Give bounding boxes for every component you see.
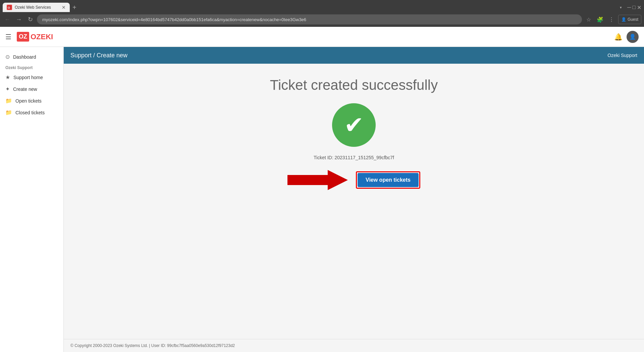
sidebar-item-support-home[interactable]: ★ Support home <box>0 71 63 83</box>
logo: OZ OZEKI <box>17 32 53 42</box>
view-open-tickets-wrapper: View open tickets <box>356 171 420 189</box>
profile-label: Guest <box>628 17 638 22</box>
profile-button[interactable]: 👤 Guest <box>618 15 641 24</box>
red-arrow-indicator <box>287 168 348 192</box>
sidebar-item-open-tickets[interactable]: 📁 Open tickets <box>0 95 63 107</box>
sidebar-section-label: Ozeki Support <box>0 63 63 71</box>
content-body: Ticket created successfully ✔ Ticket ID:… <box>64 64 644 339</box>
user-avatar[interactable]: 👤 <box>627 31 639 43</box>
menu-button[interactable]: ⋮ <box>607 15 616 24</box>
tab-extras: ▾ <box>617 5 625 10</box>
view-open-tickets-button[interactable]: View open tickets <box>358 173 419 187</box>
sidebar-item-dashboard[interactable]: ⊙ Dashboard <box>0 51 63 63</box>
open-tickets-icon: 📁 <box>5 98 12 104</box>
content-header: Support / Create new Ozeki Support <box>64 47 644 64</box>
reload-button[interactable]: ↻ <box>25 15 35 24</box>
sidebar-item-closed-tickets-label: Closed tickets <box>15 110 45 115</box>
svg-marker-2 <box>287 170 348 190</box>
footer-copyright: © Copyright 2000-2023 Ozeki Systems Ltd.… <box>70 343 235 348</box>
maximize-button[interactable]: □ <box>632 4 636 11</box>
top-nav: ☰ OZ OZEKI 🔔 👤 <box>0 27 644 47</box>
arrow-svg <box>287 168 348 192</box>
create-new-icon: ✦ <box>5 86 10 92</box>
checkmark-icon: ✔ <box>344 113 364 137</box>
success-title: Ticket created successfully <box>270 77 438 93</box>
action-row: View open tickets <box>287 168 420 192</box>
sidebar-item-create-new-label: Create new <box>13 86 37 92</box>
logo-text: OZEKI <box>31 33 53 41</box>
browser-tab[interactable]: O Ozeki Web Services ✕ <box>3 3 70 12</box>
forward-button[interactable]: → <box>14 15 23 24</box>
sidebar-item-support-home-label: Support home <box>13 75 43 80</box>
tab-close-button[interactable]: ✕ <box>62 5 66 10</box>
profile-icon: 👤 <box>621 17 626 22</box>
extensions-button[interactable]: 🧩 <box>595 15 605 24</box>
notifications-bell-icon[interactable]: 🔔 <box>614 33 623 41</box>
sidebar-item-create-new[interactable]: ✦ Create new <box>0 83 63 95</box>
content-area: Support / Create new Ozeki Support Ticke… <box>64 47 644 352</box>
support-home-icon: ★ <box>5 74 10 80</box>
sidebar: ⊙ Dashboard Ozeki Support ★ Support home… <box>0 47 64 352</box>
close-window-button[interactable]: ✕ <box>637 4 641 11</box>
logo-box: OZ <box>17 32 29 42</box>
tab-title: Ozeki Web Services <box>15 5 51 10</box>
page-title: Support / Create new <box>70 52 127 59</box>
hamburger-menu-button[interactable]: ☰ <box>5 33 11 41</box>
dashboard-icon: ⊙ <box>5 54 10 60</box>
address-bar[interactable] <box>37 14 582 24</box>
closed-tickets-icon: 📁 <box>5 109 12 116</box>
minimize-button[interactable]: ─ <box>627 4 631 11</box>
header-right-label: Ozeki Support <box>607 53 637 58</box>
sidebar-item-closed-tickets[interactable]: 📁 Closed tickets <box>0 107 63 118</box>
tab-favicon: O <box>7 5 12 10</box>
sidebar-item-dashboard-label: Dashboard <box>13 54 36 60</box>
svg-text:O: O <box>8 6 10 9</box>
sidebar-item-open-tickets-label: Open tickets <box>15 98 42 104</box>
new-tab-button[interactable]: + <box>70 4 79 11</box>
bookmark-button[interactable]: ☆ <box>584 15 593 24</box>
back-button[interactable]: ← <box>3 15 12 24</box>
success-checkmark: ✔ <box>332 103 376 147</box>
content-footer: © Copyright 2000-2023 Ozeki Systems Ltd.… <box>64 339 644 352</box>
ticket-id: Ticket ID: 20231117_151255_99cfbc7f <box>314 155 394 160</box>
